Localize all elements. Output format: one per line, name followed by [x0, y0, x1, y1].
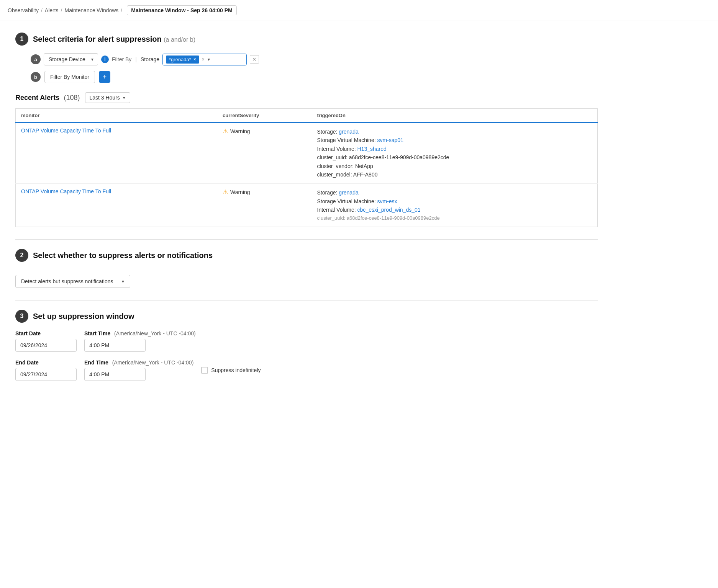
step1-title: Select criteria for alert suppression (a…	[33, 35, 195, 44]
section-divider-2	[15, 300, 598, 301]
triggered-line-1-6: cluster_model: AFF-A800	[317, 170, 592, 179]
severity-cell-1: ⚠ Warning	[217, 122, 312, 184]
table-row: ONTAP Volume Capacity Time To Full ⚠ War…	[16, 122, 598, 184]
suppress-indefinitely-checkbox[interactable]	[201, 367, 208, 374]
breadcrumb-alerts[interactable]: Alerts	[45, 7, 59, 13]
main-content: 1 Select criteria for alert suppression …	[0, 21, 613, 405]
filter-by-monitor-button[interactable]: Filter By Monitor	[44, 71, 95, 83]
storage-link-2[interactable]: grenada	[339, 189, 358, 196]
clear-all-icon[interactable]: ✕	[250, 55, 259, 64]
step1-header: 1 Select criteria for alert suppression …	[15, 33, 598, 46]
breadcrumb-current: Maintenance Window - Sep 26 04:00 PM	[127, 5, 236, 15]
info-icon[interactable]: i	[101, 56, 109, 63]
alerts-table-head: monitor currentSeverity triggeredOn	[16, 109, 598, 123]
table-header-row: monitor currentSeverity triggeredOn	[16, 109, 598, 123]
severity-text-1: Warning	[230, 128, 250, 134]
tag-input-area[interactable]: *grenada* × × ▼	[162, 54, 247, 65]
start-time-input[interactable]	[84, 339, 146, 352]
filter-by-label: Filter By	[112, 56, 131, 62]
breadcrumb-sep-1: /	[41, 7, 43, 13]
suppress-dropdown[interactable]: Detect alerts but suppress notifications	[15, 275, 130, 288]
start-date-group: Start Date	[15, 330, 77, 352]
end-date-label: End Date	[15, 359, 77, 366]
warning-badge-2: ⚠ Warning	[223, 188, 307, 196]
col-triggered: triggeredOn	[312, 109, 598, 123]
device-type-dropdown-wrapper[interactable]: Storage Device	[44, 53, 98, 65]
add-filter-button[interactable]: +	[99, 71, 110, 83]
recent-alerts-header: Recent Alerts (108) Last 3 Hours ▼	[15, 92, 598, 103]
step3-header: 3 Set up suppression window	[15, 310, 598, 323]
triggered-truncated-2: cluster_uuid: a68d2fce-cee8-11e9-909d-00…	[317, 214, 592, 222]
filter-b-row: b Filter By Monitor +	[31, 71, 598, 83]
device-type-dropdown[interactable]: Storage Device	[44, 53, 98, 65]
end-date-input[interactable]	[15, 368, 77, 381]
monitor-cell-2: ONTAP Volume Capacity Time To Full	[16, 184, 217, 227]
step2-circle: 2	[15, 249, 28, 262]
triggered-line-2-3: Internal Volume: cbc_esxi_prod_win_ds_01	[317, 206, 592, 214]
triggered-cell-2: Storage: grenada Storage Virtual Machine…	[312, 184, 598, 227]
tag-grenada[interactable]: *grenada* ×	[166, 56, 199, 64]
triggered-line-1-1: Storage: grenada	[317, 127, 592, 136]
triggered-line-1-3: Internal Volume: H13_shared	[317, 145, 592, 153]
step3-circle: 3	[15, 310, 28, 323]
end-timezone-label: (America/New_York - UTC -04:00)	[112, 359, 194, 366]
table-row: ONTAP Volume Capacity Time To Full ⚠ War…	[16, 184, 598, 227]
breadcrumb-maintenance-windows[interactable]: Maintenance Windows	[65, 7, 119, 13]
monitor-link-2[interactable]: ONTAP Volume Capacity Time To Full	[21, 188, 111, 194]
warning-badge-1: ⚠ Warning	[223, 127, 307, 135]
start-date-input[interactable]	[15, 339, 77, 352]
suppress-dropdown-wrapper[interactable]: Detect alerts but suppress notifications	[15, 275, 130, 288]
time-range-dropdown[interactable]: Last 3 Hours ▼	[85, 92, 130, 103]
sub-label-b: b	[31, 72, 41, 82]
end-date-group: End Date	[15, 359, 77, 381]
triggered-text-2: Storage: grenada Storage Virtual Machine…	[317, 188, 592, 222]
volume-link-1[interactable]: H13_shared	[357, 146, 387, 152]
suppress-indefinitely-group[interactable]: Suppress indefinitely	[201, 367, 261, 374]
storage-link-1[interactable]: grenada	[339, 129, 358, 135]
triggered-text-1: Storage: grenada Storage Virtual Machine…	[317, 127, 592, 179]
triggered-line-2-2: Storage Virtual Machine: svm-esx	[317, 197, 592, 206]
step2-section: 2 Select whether to suppress alerts or n…	[15, 249, 598, 288]
dropdown-chevron-icon[interactable]: ▼	[207, 57, 211, 62]
tag-close-icon[interactable]: ×	[193, 57, 196, 62]
section-divider-1	[15, 239, 598, 240]
triggered-line-2-1: Storage: grenada	[317, 188, 592, 197]
end-time-group: End Time (America/New_York - UTC -04:00)	[84, 359, 193, 381]
tag-value: *grenada*	[169, 57, 191, 62]
triggered-line-1-2: Storage Virtual Machine: svm-sap01	[317, 136, 592, 144]
start-time-label: Start Time (America/New_York - UTC -04:0…	[84, 330, 196, 336]
start-timezone-label: (America/New_York - UTC -04:00)	[114, 330, 196, 336]
col-monitor: monitor	[16, 109, 217, 123]
filter-category: Storage	[141, 56, 159, 62]
volume-link-2[interactable]: cbc_esxi_prod_win_ds_01	[357, 207, 421, 213]
time-range-chevron-icon: ▼	[122, 96, 126, 100]
svm-link-2[interactable]: svm-esx	[377, 198, 397, 204]
step1-circle: 1	[15, 33, 28, 46]
step3-section: 3 Set up suppression window Start Date S…	[15, 310, 598, 381]
step1-subtitle: (a and/or b)	[164, 36, 195, 43]
clear-x-icon[interactable]: ×	[202, 56, 205, 62]
svm-link-1[interactable]: svm-sap01	[377, 137, 403, 143]
end-time-label: End Time (America/New_York - UTC -04:00)	[84, 359, 193, 366]
triggered-line-1-5: cluster_vendor: NetApp	[317, 162, 592, 170]
monitor-link-1[interactable]: ONTAP Volume Capacity Time To Full	[21, 127, 111, 134]
start-date-row: Start Date Start Time (America/New_York …	[15, 330, 598, 352]
monitor-cell-1: ONTAP Volume Capacity Time To Full	[16, 122, 217, 184]
warning-icon-1: ⚠	[223, 127, 228, 135]
end-time-input[interactable]	[84, 368, 146, 381]
breadcrumb-sep-3: /	[121, 7, 122, 13]
alerts-table-body: ONTAP Volume Capacity Time To Full ⚠ War…	[16, 122, 598, 227]
severity-text-2: Warning	[230, 189, 250, 195]
tag-controls: × ▼	[202, 56, 211, 62]
step2-title: Select whether to suppress alerts or not…	[33, 251, 213, 260]
breadcrumb-sep-2: /	[61, 7, 62, 13]
filter-separator: |	[135, 56, 137, 62]
col-severity: currentSeverity	[217, 109, 312, 123]
breadcrumb-bar: Observability / Alerts / Maintenance Win…	[0, 0, 718, 21]
severity-cell-2: ⚠ Warning	[217, 184, 312, 227]
triggered-cell-1: Storage: grenada Storage Virtual Machine…	[312, 122, 598, 184]
recent-alerts-title: Recent Alerts (108)	[15, 94, 80, 102]
filter-a-row: a Storage Device i Filter By | Storage *…	[31, 53, 598, 65]
breadcrumb-observability[interactable]: Observability	[8, 7, 39, 13]
step3-title: Set up suppression window	[33, 312, 134, 321]
